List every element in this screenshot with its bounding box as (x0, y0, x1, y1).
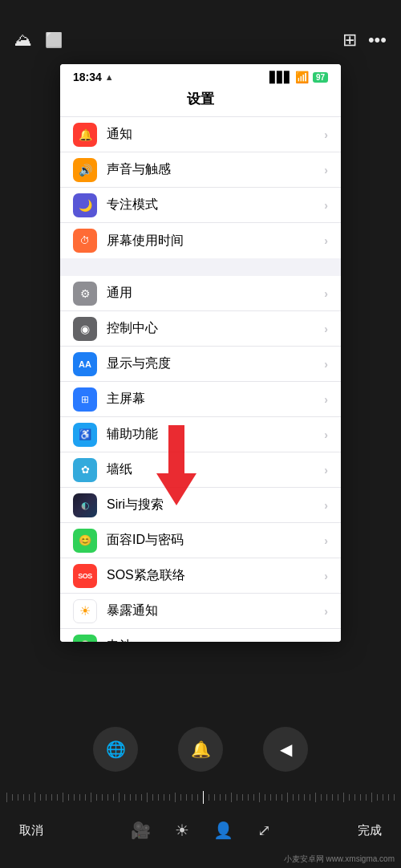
timeline-ruler[interactable] (0, 789, 401, 805)
location-icon: ▲ (105, 72, 114, 82)
siri-icon: ◐ (73, 493, 97, 517)
more-icon[interactable]: ••• (368, 30, 387, 51)
list-item[interactable]: ♿ 辅助功能 › (60, 417, 341, 452)
list-item[interactable]: ◉ 控制中心 › (60, 311, 341, 347)
chevron-icon: › (324, 570, 328, 582)
list-item[interactable]: ⊞ 主屏幕 › (60, 382, 341, 417)
sos-icon: SOS (73, 564, 97, 588)
grid-icon[interactable]: ⊞ (342, 30, 357, 51)
settings-section-1: 🔔 通知 › 🔊 声音与触感 › 🌙 专注模式 › (60, 117, 341, 258)
battery-indicator: 97 (313, 72, 328, 83)
cancel-button[interactable]: 取消 (19, 823, 43, 838)
screen-time-label: 屏幕使用时间 (107, 233, 324, 249)
list-item[interactable]: ⚙ 通用 › (60, 276, 341, 311)
chevron-icon: › (324, 322, 328, 335)
home-screen-icon: ⊞ (73, 387, 97, 412)
display-icon: AA (73, 352, 97, 376)
list-item[interactable]: SOS SOS紧急联络 › (60, 558, 341, 594)
chevron-icon: › (324, 534, 328, 547)
chevron-icon: › (324, 464, 328, 477)
list-item[interactable]: ⏱ 屏幕使用时间 › (60, 223, 341, 258)
settings-section-2: ⚙ 通用 › ◉ 控制中心 › AA 显示与亮度 › (60, 276, 341, 642)
wallpaper-label: 墙纸 (107, 461, 324, 478)
notifications-icon: 🔔 (73, 123, 97, 147)
screen-time-icon: ⏱ (73, 229, 97, 253)
chevron-icon: › (324, 393, 328, 406)
chevron-icon: › (324, 164, 328, 176)
focus-icon: 🌙 (73, 193, 97, 217)
siri-label: Siri与搜索 (107, 497, 324, 513)
list-item[interactable]: ☀ 暴露通知 › (60, 594, 341, 629)
brightness-icon[interactable]: ☀ (175, 821, 189, 840)
watermark-text: 小麦安卓网 www.xmsigma.com (284, 854, 395, 865)
chevron-icon: › (324, 234, 328, 247)
chevron-icon: › (324, 199, 328, 212)
status-bar: 18:34 ▲ ▋▋▋ 📶 97 (60, 64, 341, 87)
sound-label: 声音与触感 (107, 161, 324, 178)
transform-icon[interactable]: ⤢ (257, 821, 271, 840)
battery-icon: 🔋 (73, 635, 97, 643)
list-item[interactable]: ✿ 墙纸 › (60, 452, 341, 488)
settings-list[interactable]: 🔔 通知 › 🔊 声音与触感 › 🌙 专注模式 › (60, 117, 341, 642)
done-button[interactable]: 完成 (358, 823, 382, 838)
face-detect-icon[interactable]: 👤 (213, 821, 233, 840)
panorama-icon[interactable]: ⛰ (14, 30, 32, 51)
bottom-controls: 🌐 🔔 ◀ (0, 727, 401, 772)
status-icons: ▋▋▋ 📶 97 (269, 71, 328, 83)
section-gap-1 (60, 258, 341, 276)
ruler-ticks (6, 791, 395, 804)
list-item[interactable]: AA 显示与亮度 › (60, 347, 341, 382)
chevron-icon: › (324, 605, 328, 618)
bell-icon: 🔔 (191, 740, 211, 759)
list-item[interactable]: 🔋 电池 › (60, 629, 341, 642)
home-screen-label: 主屏幕 (107, 391, 324, 408)
bell-control[interactable]: 🔔 (178, 727, 223, 772)
chevron-icon: › (324, 428, 328, 441)
notifications-label: 通知 (107, 126, 324, 143)
bottom-edit-icons: 🎥 ☀ 👤 ⤢ (131, 821, 271, 840)
accessibility-label: 辅助功能 (107, 426, 324, 443)
battery-label: 电池 (107, 638, 324, 642)
chevron-icon: › (324, 128, 328, 141)
control-center-icon: ◉ (73, 317, 97, 341)
wifi-icon: 📶 (295, 71, 309, 83)
exposure-icon: ☀ (73, 599, 97, 623)
toolbar-right: ⊞ ••• (342, 30, 387, 51)
back-icon: ◀ (280, 740, 292, 759)
globe-icon: 🌐 (106, 740, 126, 759)
chevron-icon: › (324, 287, 328, 300)
face-id-label: 面容ID与密码 (107, 532, 324, 549)
list-item[interactable]: 🌙 专注模式 › (60, 188, 341, 223)
exposure-label: 暴露通知 (107, 602, 324, 619)
sound-icon: 🔊 (73, 158, 97, 182)
control-center-label: 控制中心 (107, 320, 324, 337)
chevron-icon: › (324, 640, 328, 643)
phone-screen: 18:34 ▲ ▋▋▋ 📶 97 设置 🔔 通知 › 🔊 (60, 64, 341, 642)
time-display: 18:34 (73, 71, 102, 83)
wallpaper-icon: ✿ (73, 458, 97, 482)
settings-title: 设置 (60, 87, 341, 117)
watermark: 小麦安卓网 www.xmsigma.com (284, 854, 395, 865)
crop-icon[interactable]: ⬜ (45, 31, 63, 49)
list-item[interactable]: 🔔 通知 › (60, 117, 341, 152)
general-label: 通用 (107, 285, 324, 302)
list-item[interactable]: 🔊 声音与触感 › (60, 152, 341, 188)
focus-label: 专注模式 (107, 197, 324, 213)
list-item[interactable]: 😊 面容ID与密码 › (60, 523, 341, 558)
back-control[interactable]: ◀ (263, 727, 308, 772)
video-icon[interactable]: 🎥 (131, 821, 151, 840)
status-time: 18:34 ▲ (73, 71, 114, 83)
globe-control[interactable]: 🌐 (93, 727, 138, 772)
toolbar-left: ⛰ ⬜ (14, 30, 63, 51)
face-id-icon: 😊 (73, 529, 97, 553)
chevron-icon: › (324, 499, 328, 512)
settings-title-text: 设置 (187, 91, 214, 107)
general-icon: ⚙ (73, 282, 97, 306)
chevron-icon: › (324, 358, 328, 371)
display-label: 显示与亮度 (107, 355, 324, 372)
signal-icon: ▋▋▋ (269, 71, 291, 83)
sos-label: SOS紧急联络 (107, 567, 324, 584)
top-toolbar: ⛰ ⬜ ⊞ ••• (0, 0, 401, 64)
accessibility-icon: ♿ (73, 423, 97, 447)
list-item[interactable]: ◐ Siri与搜索 › (60, 488, 341, 523)
